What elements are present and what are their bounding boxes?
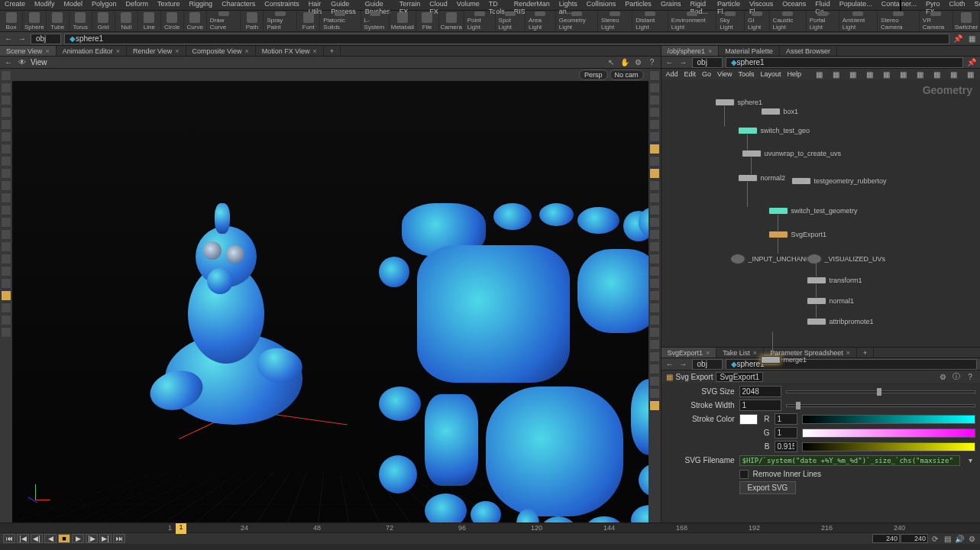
key-icon[interactable]: ▤ xyxy=(942,533,953,544)
shelf2-item[interactable]: Camera xyxy=(439,11,464,31)
node-testgeom[interactable]: testgeometry_rubbertoy xyxy=(791,177,887,185)
menu2-item[interactable]: Particles xyxy=(620,0,656,10)
node-normal1[interactable]: normal1 xyxy=(807,297,855,305)
ltool-15[interactable] xyxy=(1,254,11,264)
strokewidth-slider[interactable] xyxy=(786,404,975,407)
shelf2-item[interactable]: Sky Light xyxy=(716,11,745,31)
rtool-3[interactable] xyxy=(649,107,660,118)
stop-button[interactable]: ■ xyxy=(58,534,70,543)
end-frame[interactable]: 240 xyxy=(901,534,928,543)
ptab-0[interactable]: SvgExport1× xyxy=(661,348,717,358)
rtool-21[interactable] xyxy=(649,327,660,338)
back-icon[interactable]: ← xyxy=(3,34,14,44)
tab-motionfxview[interactable]: Motion FX View× xyxy=(256,46,324,56)
cur-frame[interactable]: 240 xyxy=(872,534,900,543)
rtool-23[interactable] xyxy=(649,351,660,362)
node-box1[interactable]: box1 xyxy=(761,108,799,115)
play-button[interactable]: ▶ xyxy=(72,534,84,543)
menu-terrain fx[interactable]: Terrain FX xyxy=(395,0,425,10)
net-ctx[interactable]: obj xyxy=(692,57,723,68)
cam-pill[interactable]: No cam xyxy=(610,70,644,80)
last-button[interactable]: ⏭ xyxy=(113,534,125,543)
g-input[interactable] xyxy=(775,427,797,438)
menu-cloud fx[interactable]: Cloud FX xyxy=(425,0,452,10)
node-xform[interactable]: transform1 xyxy=(807,277,862,284)
shelf2-item[interactable]: VR Camera xyxy=(920,11,953,31)
b-input[interactable] xyxy=(775,441,797,452)
playhead[interactable]: 1 xyxy=(176,523,186,534)
netico-9[interactable]: ▦ xyxy=(965,69,975,79)
menu2-item[interactable]: Populate... xyxy=(835,0,877,10)
shelf2-item[interactable]: Portal Light xyxy=(807,11,839,31)
menu2-item[interactable]: Cloth xyxy=(944,0,969,10)
color-swatch[interactable] xyxy=(739,414,758,425)
chooser-icon[interactable]: ▾ xyxy=(965,455,975,466)
p-ctx[interactable]: obj xyxy=(692,359,723,370)
g-grad[interactable] xyxy=(802,429,975,438)
export-button[interactable]: Export SVG xyxy=(739,481,797,494)
rev-button[interactable]: ◀ xyxy=(44,534,57,543)
ltool-19[interactable] xyxy=(1,302,11,313)
tab-renderview[interactable]: Render View× xyxy=(127,46,186,56)
shelf-line[interactable]: Line xyxy=(138,11,161,31)
ltool-5[interactable] xyxy=(1,131,11,142)
shelf-metaball[interactable]: Metaball xyxy=(390,11,416,31)
eye-icon[interactable]: 👁 xyxy=(17,57,27,68)
netmenu-edit[interactable]: Edit xyxy=(684,70,697,78)
menu2-item[interactable]: Lights an... xyxy=(555,0,582,10)
rtool-2[interactable] xyxy=(649,95,660,105)
tab-compositeview[interactable]: Composite View× xyxy=(186,46,256,56)
tab-add[interactable]: + xyxy=(324,46,341,56)
menu-model[interactable]: Model xyxy=(60,0,88,10)
r-input[interactable] xyxy=(775,413,797,425)
node-name[interactable]: SvgExport1 xyxy=(716,372,763,382)
ltool-4[interactable] xyxy=(1,119,11,130)
rtool-24[interactable] xyxy=(649,364,660,374)
expand-icon[interactable]: ▦ xyxy=(966,34,977,44)
nettab-1[interactable]: Material Palette xyxy=(719,46,780,56)
netico-6[interactable]: ▦ xyxy=(914,69,925,79)
ltool-20[interactable] xyxy=(1,315,11,325)
shelf-box[interactable]: Box xyxy=(0,11,23,31)
shelf-null[interactable]: Null xyxy=(115,11,138,31)
gear-icon[interactable]: ⚙ xyxy=(937,371,948,382)
shelf2-item[interactable]: Point Light xyxy=(464,11,496,31)
menu-rigging[interactable]: Rigging xyxy=(185,0,218,10)
time-ruler[interactable]: 1 124487296120144168192216240 xyxy=(0,523,980,533)
rtool-6[interactable] xyxy=(649,144,660,154)
shelf-path[interactable]: Path xyxy=(241,11,264,31)
shelf2-item[interactable]: Spot Light xyxy=(496,11,526,31)
netmenu-layout[interactable]: Layout xyxy=(760,70,781,78)
node-switch_tg[interactable]: switch_test_geometry xyxy=(768,207,858,215)
netico-8[interactable]: ▦ xyxy=(948,69,959,79)
shelf2-item[interactable]: Switcher xyxy=(953,11,980,31)
netico-7[interactable]: ▦ xyxy=(931,69,942,79)
rtool-8[interactable] xyxy=(649,168,660,179)
netico-3[interactable]: ▦ xyxy=(864,69,875,79)
menu-texture[interactable]: Texture xyxy=(153,0,185,10)
ltool-9[interactable] xyxy=(1,180,11,191)
r-grad[interactable] xyxy=(802,415,975,424)
ltool-14[interactable] xyxy=(1,241,11,252)
first-button[interactable]: ⏮ xyxy=(3,534,15,543)
filename-input[interactable]: $HIP/`system("date +%Y_%m_%d")`_size_`ch… xyxy=(739,455,960,466)
path-context[interactable]: obj xyxy=(31,34,61,44)
shelf-l-system[interactable]: L-System xyxy=(361,11,390,31)
menu-create[interactable]: Create xyxy=(0,0,30,10)
node-normal2[interactable]: normal2 xyxy=(738,174,786,182)
fw3[interactable]: → xyxy=(678,359,689,370)
menu2-item[interactable]: Pyro FX xyxy=(921,0,945,10)
shelf2-item[interactable]: Stereo Camera xyxy=(878,11,920,31)
netico-5[interactable]: ▦ xyxy=(898,69,908,79)
removeinner-checkbox[interactable] xyxy=(739,470,749,479)
rtool-19[interactable] xyxy=(649,302,660,313)
rtool-15[interactable] xyxy=(649,254,660,264)
rtool-25[interactable] xyxy=(649,376,660,387)
netico-2[interactable]: ▦ xyxy=(847,69,858,79)
shelf2-item[interactable]: Ambient Light xyxy=(839,11,878,31)
rtool-22[interactable] xyxy=(649,339,660,350)
ltool-1[interactable] xyxy=(1,82,11,93)
node-svgexp[interactable]: SvgExport1 xyxy=(768,231,827,238)
menu2-item[interactable]: Rigid Bod... xyxy=(685,0,713,10)
info-icon[interactable]: ⓘ xyxy=(951,371,962,382)
